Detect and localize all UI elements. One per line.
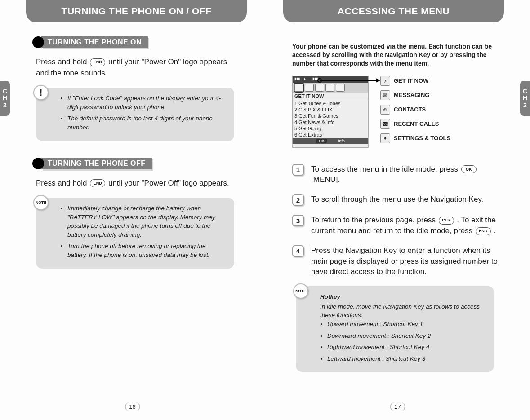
subheading-phone-on: TURNING THE PHONE ON <box>32 36 238 49</box>
page-number-left: 16 <box>125 402 140 411</box>
recent-calls-icon: ☎ <box>380 119 390 129</box>
end-key-icon: END <box>476 227 491 235</box>
note-icon: NOTE <box>293 283 308 299</box>
settings-tools-icon: ✦ <box>380 133 390 143</box>
page-left: TURNING THE PHONE ON / OFF C H 2 TURNING… <box>0 0 265 420</box>
screen-option: 3.Get Fun & Games <box>293 113 368 119</box>
alert-icon: ! <box>33 85 49 100</box>
menu-icon <box>294 84 303 92</box>
note-item: The default password is the last 4 digit… <box>67 114 226 132</box>
text-fragment: . <box>494 226 496 235</box>
subheading-label: TURNING THE PHONE OFF <box>41 158 152 169</box>
softkey-bar: OK Info <box>293 138 368 144</box>
svg-marker-1 <box>376 78 380 83</box>
screen-title: GET IT NOW <box>293 93 368 100</box>
text-fragment: To return to the previous page, press <box>311 216 438 224</box>
note-box-lockcode: ! If "Enter Lock Code" appears on the di… <box>36 88 234 141</box>
text-fragment: Press and hold <box>36 179 89 187</box>
phone-on-body: Press and hold END until your "Power On"… <box>36 57 234 79</box>
softkey-ok: OK <box>316 139 327 143</box>
menu-legend-list: ♪GET IT NOW ✉MESSAGING ☺CONTACTS ☎RECENT… <box>380 76 450 148</box>
note-box-battery: NOTE Immediately change or recharge the … <box>36 198 234 268</box>
screen-option: 4.Get News & Info <box>293 119 368 125</box>
screen-option: 2.Get PIX & FLIX <box>293 106 368 113</box>
menu-legend-item: ✦SETTINGS & TOOLS <box>380 133 450 143</box>
step-number: 2 <box>292 194 304 206</box>
note-icon: NOTE <box>33 195 49 210</box>
note-box-hotkey: NOTE Hotkey In idle mode, move the Navig… <box>296 286 494 372</box>
subheading-phone-off: TURNING THE PHONE OFF <box>32 157 238 170</box>
hotkey-item: Rightward movement : Shortcut Key 4 <box>327 343 486 352</box>
screen-option: 5.Get Going <box>293 125 368 132</box>
right-content: Your phone can be customized via the men… <box>265 22 530 372</box>
note-item: Immediately change or recharge the batte… <box>67 204 226 239</box>
chapter-tab-h: H <box>523 95 527 102</box>
step-2: 2 To scroll through the menu use the Nav… <box>292 194 498 206</box>
text-fragment: until your "Power Off" logo appears. <box>108 179 229 187</box>
bullet-dot-icon <box>32 158 44 169</box>
menu-legend-label: RECENT CALLS <box>394 120 439 127</box>
menu-legend-label: GET IT NOW <box>394 77 428 84</box>
step-3: 3 To return to the previous page, press … <box>292 215 498 236</box>
menu-legend-item: ☎RECENT CALLS <box>380 119 450 129</box>
text-fragment: Press and hold <box>36 57 89 66</box>
ok-key-icon: OK <box>461 165 477 173</box>
menu-legend-item: ✉MESSAGING <box>380 90 450 100</box>
step-number: 3 <box>292 215 304 226</box>
phone-screenshot: ▮▮▮ ▲ ▮▮▮ GET IT NOW 1.Get Tunes & Tones… <box>292 76 369 148</box>
step-number: 4 <box>292 245 304 257</box>
step-1: 1 To access the menu in the idle mode, p… <box>292 164 498 186</box>
page-header-left: TURNING THE PHONE ON / OFF <box>26 0 247 22</box>
subheading-label: TURNING THE PHONE ON <box>41 36 148 48</box>
hotkey-item: Leftward movement : Shortcut Key 3 <box>327 354 486 363</box>
clr-key-icon: CLR <box>439 217 454 225</box>
menu-legend-item: ♪GET IT NOW <box>380 76 450 86</box>
step-text: Press the Navigation Key to enter a func… <box>311 245 498 277</box>
screen-option: 6.Get Extras <box>293 132 368 138</box>
hotkey-intro: In idle mode, move the Navigation Key as… <box>320 302 486 320</box>
phone-off-body: Press and hold END until your "Power Off… <box>36 178 234 189</box>
screen-option: 1.Get Tunes & Tones <box>293 100 368 106</box>
menu-legend-label: MESSAGING <box>394 92 429 98</box>
note-item: If "Enter Lock Code" appears on the disp… <box>67 94 226 111</box>
step-text: To return to the previous page, press CL… <box>311 215 498 236</box>
menu-legend-label: CONTACTS <box>394 106 426 113</box>
contacts-icon: ☺ <box>380 105 390 115</box>
hotkey-item: Upward movement : Shortcut Key 1 <box>327 320 486 329</box>
chapter-tab-c: C <box>523 88 527 95</box>
menu-illustration-row: ▮▮▮ ▲ ▮▮▮ GET IT NOW 1.Get Tunes & Tones… <box>292 76 498 148</box>
intro-text: Your phone can be customized via the men… <box>292 42 498 68</box>
step-number: 1 <box>292 164 304 176</box>
chapter-tab-right: C H 2 <box>520 81 530 116</box>
hotkey-title: Hotkey <box>320 292 486 301</box>
menu-legend-label: SETTINGS & TOOLS <box>394 135 450 141</box>
chapter-tab-h: H <box>3 95 7 102</box>
note-item: Turn the phone off before removing or re… <box>67 242 226 259</box>
chapter-tab-n: 2 <box>523 102 527 109</box>
text-fragment: To access the menu in the idle mode, pre… <box>311 165 460 173</box>
end-key-icon: END <box>90 58 105 66</box>
left-content: TURNING THE PHONE ON Press and hold END … <box>0 22 265 269</box>
page-right: ACCESSING THE MENU C H 2 Your phone can … <box>265 0 530 420</box>
chapter-tab-left: C H 2 <box>0 81 10 116</box>
end-key-icon: END <box>90 179 105 187</box>
softkey-info: Info <box>338 139 345 143</box>
text-fragment: [MENU]. <box>311 175 340 184</box>
get-it-now-icon: ♪ <box>380 76 390 86</box>
chapter-tab-c: C <box>3 88 7 95</box>
hotkey-item: Downward movement : Shortcut Key 2 <box>327 332 486 340</box>
page-number-right: 17 <box>390 402 405 411</box>
messaging-icon: ✉ <box>380 90 390 100</box>
menu-legend-item: ☺CONTACTS <box>380 105 450 115</box>
arrow-icon <box>317 76 380 85</box>
step-text: To access the menu in the idle mode, pre… <box>311 164 498 186</box>
chapter-tab-n: 2 <box>3 102 7 109</box>
step-4: 4 Press the Navigation Key to enter a fu… <box>292 245 498 277</box>
menu-icon <box>305 84 314 92</box>
bullet-dot-icon <box>32 36 44 48</box>
page-header-right: ACCESSING THE MENU <box>283 0 504 22</box>
step-text: To scroll through the menu use the Navig… <box>311 194 483 206</box>
